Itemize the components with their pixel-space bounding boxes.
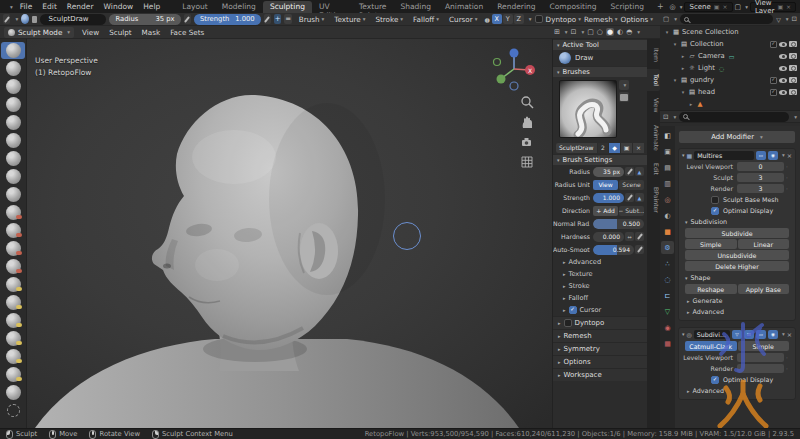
shading-material-icon[interactable]: ◐	[617, 28, 623, 36]
apply-base-button[interactable]: Apply Base	[738, 284, 790, 294]
panel-symmetry[interactable]: ▸Symmetry	[553, 342, 647, 355]
pan-hand-icon[interactable]	[520, 115, 534, 129]
pressure-icon[interactable]: ▲	[635, 193, 644, 202]
modifier-extras-icon[interactable]: ▾	[782, 152, 785, 158]
unlink-icon[interactable]: ×	[633, 143, 644, 153]
show-viewport-icon[interactable]: ▭	[756, 151, 766, 160]
properties-tab-view-layer[interactable]: ▥	[661, 177, 674, 190]
modifier-name-field[interactable]: Multires	[694, 151, 754, 160]
stroke-dropdown[interactable]: Stroke▾	[371, 15, 407, 24]
hide-eye-icon[interactable]	[779, 42, 787, 47]
workspace-tab-shading[interactable]: Shading	[394, 1, 438, 13]
chevron-down-icon[interactable]: ▾	[581, 29, 584, 35]
properties-tab-output[interactable]: ▤	[661, 161, 674, 174]
workspace-tab-modeling[interactable]: Modeling	[215, 1, 263, 13]
linear-button[interactable]: Linear	[738, 239, 790, 249]
sculpt-tool-15-icon[interactable]	[1, 294, 25, 311]
navigation-gizmo[interactable]: X	[490, 45, 538, 93]
add-workspace-button[interactable]: +	[653, 2, 668, 11]
properties-tab-object[interactable]: ■	[661, 225, 674, 238]
properties-tab-texture[interactable]: ▦	[661, 337, 674, 350]
workspace-tab-rendering[interactable]: Rendering	[490, 1, 542, 13]
workspace-tab-texture-paint[interactable]: Texture Paint	[352, 1, 393, 13]
outliner-search-input[interactable]	[680, 14, 773, 24]
render-value[interactable]	[737, 364, 784, 373]
subsection-texture[interactable]: ▸Texture	[553, 268, 647, 280]
simple-button[interactable]: Simple	[738, 341, 790, 351]
sculpt-tool-3-icon[interactable]	[1, 78, 25, 95]
dyntopo-checkbox[interactable]	[535, 15, 543, 23]
close-icon[interactable]: ×	[787, 152, 792, 159]
pen-icon[interactable]	[635, 245, 644, 254]
pen-icon[interactable]	[625, 193, 634, 202]
strength-slider[interactable]: 1.000	[593, 193, 624, 203]
menu-help[interactable]: Help	[138, 0, 165, 13]
radius-slider[interactable]: Radius 35 px	[109, 14, 180, 25]
duplicate-icon[interactable]: ▣	[777, 3, 783, 10]
overlays-toggle-icon[interactable]: ⊡	[571, 28, 577, 36]
normal-radius-slider[interactable]: 0.500	[593, 219, 644, 229]
chevron-down-icon[interactable]: ▾	[682, 152, 685, 158]
sculpt-tool-17-icon[interactable]	[1, 330, 25, 347]
shading-rendered-icon[interactable]: ◓	[626, 28, 632, 36]
hide-eye-icon[interactable]	[779, 78, 787, 83]
chevron-down-icon[interactable]: ▾	[794, 114, 797, 120]
chevron-down-icon[interactable]: ▾	[672, 41, 678, 47]
pressure-icon[interactable]: ▲	[635, 167, 644, 176]
direction-subtract-button[interactable]: − Subt...	[619, 206, 644, 216]
shading-wireframe-icon[interactable]: ○	[597, 28, 603, 36]
active-tool-header[interactable]: ▾ Active Tool	[553, 39, 647, 50]
sculpt-tool-5-icon[interactable]	[1, 114, 25, 131]
properties-tab-scene[interactable]: ◎	[661, 193, 674, 206]
outliner-row-head[interactable]: ▾ ▤ head ✓	[660, 86, 800, 98]
sculpt-tool-6-icon[interactable]	[1, 132, 25, 149]
sidebar-tab-animate[interactable]: Animate	[647, 120, 660, 156]
radius-pressure-icon[interactable]	[184, 14, 191, 24]
outliner-row-scene-collection[interactable]: ▾ ▦ Scene Collection	[660, 26, 800, 38]
unsubdivide-button[interactable]: Unsubdivide	[685, 250, 789, 260]
direction-subtract-button[interactable]: =	[284, 14, 291, 24]
render-visibility-icon[interactable]	[789, 65, 797, 71]
workspace-tab-animation[interactable]: Animation	[438, 1, 490, 13]
sculpt-tool-10-icon[interactable]	[1, 204, 25, 221]
realtime-icon[interactable]: ⊡	[744, 330, 754, 339]
level-viewport-value[interactable]: 0	[737, 162, 784, 171]
outliner-options-icon[interactable]: ⊡	[792, 15, 797, 23]
brush-preview-image[interactable]	[559, 80, 617, 138]
properties-tab-world[interactable]: ◐	[661, 209, 674, 222]
section-advanced[interactable]: ▸Advanced	[679, 385, 795, 396]
sculpt-tool-20-icon[interactable]	[1, 384, 25, 401]
subsection-stroke[interactable]: ▸Stroke	[553, 280, 647, 292]
chevron-down-icon[interactable]: ▾	[680, 4, 683, 10]
properties-tab-render[interactable]: ▣	[661, 145, 674, 158]
delete-higher-button[interactable]: Delete Higher	[685, 261, 789, 271]
sculpt-tool-12-icon[interactable]	[1, 240, 25, 257]
brush-users-count[interactable]: 2	[598, 143, 608, 153]
mirror-x-button[interactable]: X	[492, 14, 502, 24]
panel-dyntopo[interactable]: ▸Dyntopo	[553, 316, 647, 329]
sculpt-tool-19-icon[interactable]	[1, 366, 25, 383]
sculpt-tool-18-icon[interactable]	[1, 348, 25, 365]
chevron-down-icon[interactable]: ▾	[529, 16, 532, 22]
scene-selector[interactable]: Scene ▣ ×	[684, 2, 732, 12]
sculpt-tool-16-icon[interactable]	[1, 312, 25, 329]
outliner-row-light[interactable]: ▸ ☼ Light ◌	[660, 62, 800, 74]
shading-solid-icon[interactable]: ●	[606, 28, 614, 36]
edit-mode-icon[interactable]: ▽	[732, 330, 742, 339]
levels-viewport-value[interactable]	[737, 353, 784, 362]
properties-tab-material[interactable]: ◉	[661, 321, 674, 334]
sidebar-tab-item[interactable]: Item	[647, 43, 660, 67]
brush-type-dropdown[interactable]	[3, 14, 10, 24]
sculpt-tool-8-icon[interactable]	[1, 168, 25, 185]
falloff-dropdown[interactable]: Falloff▾	[409, 15, 443, 24]
cursor-subsection[interactable]: ▸ ✓ Cursor	[553, 304, 647, 316]
properties-search-input[interactable]	[679, 112, 789, 122]
outliner-row-gundry[interactable]: ▾ ▤ gundry ✓	[660, 74, 800, 86]
hide-eye-icon[interactable]	[779, 90, 787, 95]
menu-edit[interactable]: Edit	[37, 0, 62, 13]
properties-tab-constraints[interactable]: ⊏	[661, 289, 674, 302]
direction-add-button[interactable]: +	[274, 14, 281, 24]
render-visibility-icon[interactable]	[789, 89, 797, 95]
brush-name-field[interactable]: SculptDraw	[40, 14, 106, 25]
sculpt-tool-14-icon[interactable]	[1, 276, 25, 293]
